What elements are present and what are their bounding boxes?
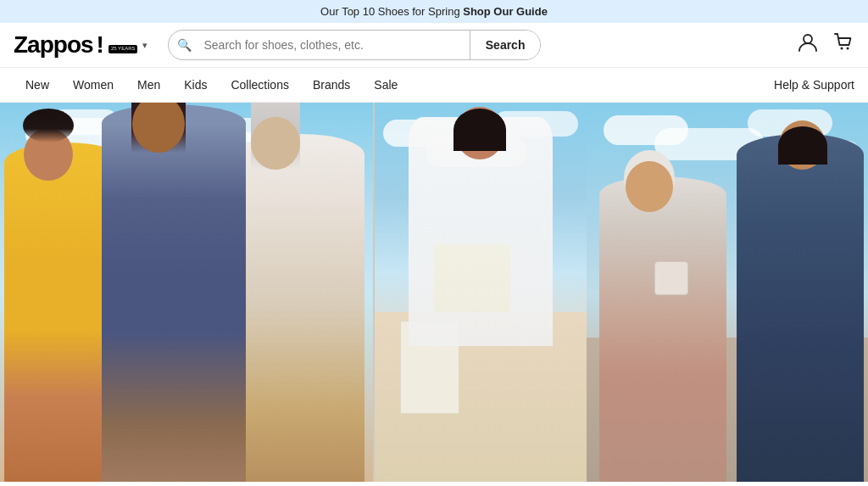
search-form: 🔍 Search [168,30,541,60]
nav-bar: New Women Men Kids Collections Brands Sa… [0,68,868,103]
nav-right: Help & Support [774,77,854,92]
announcement-text: Our Top 10 Shoes for Spring [320,5,463,18]
svg-point-1 [841,47,843,50]
head-white-hair [251,117,300,170]
figure-blue-dress [102,104,246,482]
nav-item-collections[interactable]: Collections [219,68,300,102]
announcement-link[interactable]: Shop Our Guide [463,5,548,18]
logo-area: Zappos! 25 YEARS ▾ [14,31,147,59]
nav-item-sale[interactable]: Sale [362,68,409,102]
hero-left-panel [0,103,373,482]
logo-badge: 25 YEARS [108,45,138,53]
hair-center [453,109,506,151]
head-far-left [626,161,673,212]
hero-far-panel [587,103,868,482]
hero-center-panel [375,103,587,482]
figure-far-right [737,134,864,482]
chevron-down-icon[interactable]: ▾ [142,40,147,51]
announcement-bar: Our Top 10 Shoes for Spring Shop Our Gui… [0,0,868,23]
nav-item-brands[interactable]: Brands [301,68,362,102]
nav-item-women[interactable]: Women [61,68,125,102]
panel-divider [373,103,375,482]
header: Zappos! 25 YEARS ▾ 🔍 Search [0,23,868,68]
logo-text[interactable]: Zappos [14,31,93,59]
nav-left: New Women Men Kids Collections Brands Sa… [14,68,409,102]
search-button[interactable]: Search [470,31,541,59]
cart-icon[interactable] [832,31,854,59]
nav-item-new[interactable]: New [14,68,61,102]
svg-point-0 [804,35,812,43]
figure-far-left [599,176,726,482]
purse [654,261,688,295]
hair-far-right [778,126,827,165]
figure-white-hair [237,134,364,482]
account-icon[interactable] [797,31,819,59]
search-icon: 🔍 [169,38,200,52]
search-input[interactable] [200,31,469,59]
hair-short [23,109,74,142]
logo-exclaim: ! [97,31,104,59]
help-support-link[interactable]: Help & Support [774,68,854,102]
svg-point-2 [847,47,849,50]
hero-section [0,103,868,482]
header-right [797,31,854,59]
nav-item-kids[interactable]: Kids [172,68,219,102]
nav-item-men[interactable]: Men [125,68,172,102]
